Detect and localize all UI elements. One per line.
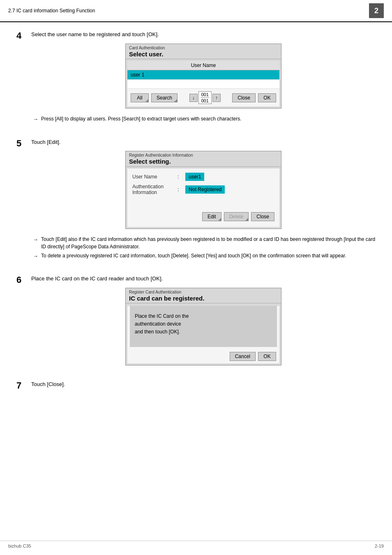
user-table-header: User Name xyxy=(127,61,279,70)
dialog2-title-bar: Register Authentication Information Sele… xyxy=(126,151,281,167)
step-5-number: 5 xyxy=(16,138,31,149)
ic-card-dialog: Register Card Authentication IC card can… xyxy=(125,288,281,366)
dialog3-title-small: Register Card Authentication xyxy=(129,290,278,294)
arrow-icon-3: → xyxy=(33,252,39,260)
username-value-cell: user1 xyxy=(182,172,278,182)
step-5-body: Touch [Edit]. Register Authentication In… xyxy=(31,138,376,267)
step-7-number: 7 xyxy=(16,380,31,391)
register-auth-dialog: Register Authentication Information Sele… xyxy=(125,151,281,229)
auth-value: Not Registered xyxy=(185,185,225,194)
page-down-button[interactable]: ↓ xyxy=(189,94,198,102)
dialog2-body: User Name : user1 Authentication Informa… xyxy=(127,169,279,227)
pagination: ↓ 001 001 ↑ xyxy=(189,91,221,104)
step-7-body: Touch [Close]. xyxy=(31,380,376,393)
step5-bullet-text-1: Touch [Edit] also if the IC card informa… xyxy=(41,236,376,250)
step4-bullet-1: → Press [All] to display all users. Pres… xyxy=(33,115,376,123)
user-table: User Name user 1 xyxy=(127,61,279,89)
footer-page: 2-19 xyxy=(375,543,384,548)
step-4: 4 Select the user name to be registered … xyxy=(16,30,376,130)
ic-text-line1: Place the IC Card on the xyxy=(135,313,189,319)
dialog1-title-main: Select user. xyxy=(129,50,278,58)
step5-bullet-2: → To delete a previously registered IC c… xyxy=(33,252,376,260)
step-5-instruction: Touch [Edit]. xyxy=(31,138,376,146)
step-6-number: 6 xyxy=(16,275,31,285)
page-header: 2.7 IC card information Setting Function… xyxy=(0,0,392,22)
page-current: 001 xyxy=(201,92,210,98)
step5-bullet-text-2: To delete a previously registered IC car… xyxy=(41,252,346,259)
step-7-instruction: Touch [Close]. xyxy=(31,380,376,388)
arrow-icon-1: → xyxy=(33,115,39,123)
step5-bullets: → Touch [Edit] also if the IC card infor… xyxy=(31,236,376,260)
select-user-dialog: Card Authentication Select user. User Na… xyxy=(125,44,281,109)
arrow-icon-2: → xyxy=(33,236,39,244)
username-label: User Name xyxy=(129,172,174,182)
table-row[interactable]: user 1 xyxy=(127,70,279,80)
close-button-1[interactable]: Close xyxy=(232,93,256,102)
dialog1-title-small: Card Authentication xyxy=(129,46,278,50)
dialog3-buttons: Cancel OK xyxy=(127,349,279,363)
ic-dialog-inner: Place the IC Card on the authentication … xyxy=(130,306,277,347)
dialog2-title-main: Select setting. xyxy=(129,157,278,166)
settings-table: User Name : user1 Authentication Informa… xyxy=(129,172,278,197)
auth-value-cell: Not Registered xyxy=(182,182,278,197)
auth-label: Authentication Information xyxy=(129,182,174,197)
delete-button[interactable]: Delete xyxy=(224,212,249,221)
chapter-number: 2 xyxy=(369,3,384,18)
page-total: 001 xyxy=(201,98,210,103)
table-row-empty xyxy=(127,80,279,89)
step-4-body: Select the user name to be registered an… xyxy=(31,30,376,130)
section-title: 2.7 IC card information Setting Function xyxy=(8,8,95,14)
dialog1-body: User Name user 1 Al xyxy=(127,61,279,106)
search-button[interactable]: Search xyxy=(151,93,178,102)
step-4-number: 4 xyxy=(16,30,31,41)
dialog1-title-bar: Card Authentication Select user. xyxy=(126,44,281,60)
step-6-instruction: Place the IC card on the IC card reader … xyxy=(31,275,376,283)
colon-2: : xyxy=(174,182,182,197)
step-4-instruction: Select the user name to be registered an… xyxy=(31,30,376,39)
page-footer: bizhub C35 2-19 xyxy=(0,541,392,548)
page-up-button[interactable]: ↑ xyxy=(212,94,221,102)
ok-button-1[interactable]: OK xyxy=(258,93,276,102)
user-name-cell: user 1 xyxy=(127,70,279,80)
step-6-body: Place the IC card on the IC card reader … xyxy=(31,275,376,372)
step-7: 7 Touch [Close]. xyxy=(16,380,376,393)
step4-bullets: → Press [All] to display all users. Pres… xyxy=(31,115,376,123)
colon-1: : xyxy=(174,172,182,182)
dialog3-title-bar: Register Card Authentication IC card can… xyxy=(126,288,281,304)
ic-text-line2: authentication device xyxy=(135,321,181,327)
dialog2-title-small: Register Authentication Information xyxy=(129,153,278,157)
dialog3-title-main: IC card can be registered. xyxy=(129,294,278,303)
username-value: user1 xyxy=(185,173,204,181)
all-button[interactable]: All xyxy=(131,93,149,102)
close-button-2[interactable]: Close xyxy=(251,212,274,221)
dialog1-right-buttons: Close OK xyxy=(232,93,276,102)
step4-bullet-text: Press [All] to display all users. Press … xyxy=(41,115,242,123)
footer-product: bizhub C35 xyxy=(8,543,31,548)
page-indicator: 001 001 xyxy=(198,91,212,104)
main-content: 4 Select the user name to be registered … xyxy=(0,22,392,416)
dialog2-buttons: Edit Delete Close xyxy=(129,210,278,224)
edit-button[interactable]: Edit xyxy=(202,212,221,221)
dialog1-buttons: All Search ↓ 001 001 ↑ Close OK xyxy=(127,89,279,106)
step-6: 6 Place the IC card on the IC card reade… xyxy=(16,275,376,372)
step-5: 5 Touch [Edit]. Register Authentication … xyxy=(16,138,376,267)
ic-text-line3: and then touch [OK]. xyxy=(135,329,180,335)
ic-card-instruction: Place the IC Card on the authentication … xyxy=(135,312,272,336)
ok-button-2[interactable]: OK xyxy=(258,352,276,361)
cancel-button[interactable]: Cancel xyxy=(230,352,256,361)
settings-row-auth: Authentication Information : Not Registe… xyxy=(129,182,278,197)
settings-row-username: User Name : user1 xyxy=(129,172,278,182)
step5-bullet-1: → Touch [Edit] also if the IC card infor… xyxy=(33,236,376,250)
dialog3-body: Place the IC Card on the authentication … xyxy=(127,306,279,363)
